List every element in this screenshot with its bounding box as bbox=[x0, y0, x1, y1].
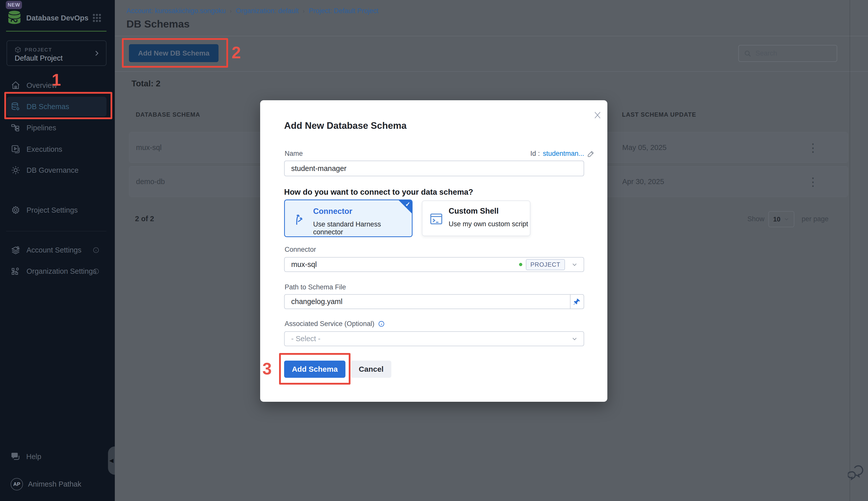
connect-question: How do you want to connect to your data … bbox=[284, 188, 473, 197]
column-header-last-schema-update: LAST SCHEMA UPDATE bbox=[622, 111, 696, 118]
toolbar-divider bbox=[115, 71, 868, 72]
sidebar-item-account-settings[interactable]: Account Settings bbox=[7, 240, 107, 260]
path-label: Path to Schema File bbox=[285, 283, 346, 291]
id-label: Id : bbox=[530, 150, 540, 158]
project-label-row: PROJECT bbox=[15, 46, 52, 53]
associated-service-label: Associated Service (Optional) bbox=[285, 320, 374, 328]
card-title: Custom Shell bbox=[449, 206, 528, 216]
project-scope-label: PROJECT bbox=[25, 47, 52, 53]
schema-updated-cell: May 05, 2025 bbox=[622, 143, 667, 152]
modal-title: Add New Database Schema bbox=[284, 120, 406, 131]
governance-gear-icon bbox=[11, 166, 20, 175]
sidebar-item-label: Overview bbox=[26, 81, 57, 90]
cancel-button[interactable]: Cancel bbox=[351, 361, 391, 378]
card-title: Connector bbox=[313, 207, 412, 216]
info-icon[interactable] bbox=[92, 268, 99, 275]
card-desc: Use my own custom script bbox=[449, 220, 528, 228]
executions-icon bbox=[11, 145, 20, 154]
path-to-schema-field[interactable]: changelog.yaml bbox=[284, 294, 584, 309]
search-input[interactable] bbox=[756, 50, 831, 57]
sidebar-item-organization-settings[interactable]: Organization Settings bbox=[7, 262, 107, 281]
edit-pencil-icon[interactable] bbox=[587, 150, 595, 158]
breadcrumb: Account: kurosakiichigo.songoku › Organi… bbox=[127, 7, 378, 15]
sidebar-item-pipelines[interactable]: Pipelines bbox=[7, 118, 107, 138]
scroll-edge-divider bbox=[849, 0, 850, 501]
connector-label: Connector bbox=[285, 246, 316, 254]
app-root: NEW Database DevOps PROJECT bbox=[0, 0, 868, 501]
breadcrumb-separator: › bbox=[303, 8, 305, 15]
sidebar-accent-divider bbox=[6, 31, 107, 32]
database-devops-logo-icon bbox=[6, 9, 22, 25]
sidebar-item-db-schemas[interactable]: DB Schemas bbox=[7, 97, 107, 116]
sidebar-item-label: DB Governance bbox=[26, 166, 78, 174]
row-menu-kebab-icon[interactable]: ⋮ bbox=[805, 139, 821, 156]
pin-icon bbox=[573, 298, 581, 306]
per-page-label: per page bbox=[802, 215, 828, 223]
support-chat-icon[interactable] bbox=[848, 465, 864, 481]
close-icon[interactable] bbox=[593, 110, 602, 120]
breadcrumb-project-link[interactable]: Project: Default Project bbox=[309, 7, 378, 15]
app-switcher-grid-icon[interactable] bbox=[92, 13, 102, 23]
sidebar-item-label: Executions bbox=[26, 145, 62, 153]
path-value: changelog.yaml bbox=[291, 297, 342, 306]
svg-text:?: ? bbox=[14, 453, 16, 458]
sidebar: NEW Database DevOps PROJECT bbox=[0, 0, 115, 501]
sidebar-collapse-handle[interactable]: ◀ bbox=[108, 446, 115, 475]
org-chart-icon bbox=[11, 266, 20, 276]
column-header-database-schema: DATABASE SCHEMA bbox=[136, 111, 200, 118]
id-value-link[interactable]: studentman... bbox=[543, 150, 584, 158]
project-selector[interactable]: PROJECT Default Project bbox=[7, 40, 107, 66]
sidebar-item-overview[interactable]: Overview bbox=[7, 75, 107, 95]
account-layers-icon bbox=[11, 245, 20, 255]
card-desc: Use standard Harness connector bbox=[313, 221, 412, 236]
scope-badge: PROJECT bbox=[526, 259, 565, 270]
total-count: Total: 2 bbox=[131, 79, 161, 88]
breadcrumb-account-link[interactable]: Account: kurosakiichigo.songoku bbox=[127, 7, 226, 15]
sidebar-item-label: Organization Settings bbox=[26, 267, 96, 276]
settings-gear-icon bbox=[11, 205, 20, 215]
help-chat-icon: ? bbox=[11, 451, 21, 462]
avatar: AP bbox=[11, 478, 23, 490]
card-body: Custom Shell Use my own custom script bbox=[449, 206, 528, 228]
schema-name-input[interactable] bbox=[284, 161, 584, 176]
connector-scope: PROJECT bbox=[519, 259, 565, 270]
sidebar-item-db-governance[interactable]: DB Governance bbox=[7, 160, 107, 180]
user-profile[interactable]: AP Animesh Pathak bbox=[11, 478, 81, 490]
sidebar-item-project-settings[interactable]: Project Settings bbox=[7, 200, 107, 220]
terminal-icon bbox=[429, 212, 443, 226]
service-label-row: Associated Service (Optional) bbox=[285, 320, 385, 328]
new-badge: NEW bbox=[6, 1, 22, 9]
identifier-row: Id : studentman... bbox=[530, 150, 595, 158]
add-new-db-schema-button[interactable]: Add New DB Schema bbox=[129, 44, 219, 62]
pin-fixed-value-button[interactable] bbox=[570, 295, 584, 309]
project-name: Default Project bbox=[15, 54, 63, 62]
page-title: DB Schemas bbox=[127, 18, 190, 30]
sidebar-section-divider bbox=[6, 231, 107, 231]
page-size-select[interactable]: 10 bbox=[768, 211, 794, 227]
add-db-schema-modal: Add New Database Schema Name Id : studen… bbox=[260, 100, 607, 402]
sidebar-item-executions[interactable]: Executions bbox=[7, 139, 107, 159]
card-body: Connector Use standard Harness connector bbox=[313, 207, 412, 236]
info-icon[interactable] bbox=[378, 320, 385, 327]
pipeline-icon bbox=[11, 123, 20, 132]
sidebar-item-label: Account Settings bbox=[26, 246, 81, 254]
connector-select[interactable]: mux-sql PROJECT bbox=[284, 257, 584, 272]
chevron-down-icon bbox=[571, 261, 578, 268]
db-schema-icon bbox=[11, 102, 20, 111]
chevron-down-icon bbox=[783, 216, 790, 222]
pagination-info: 2 of 2 bbox=[135, 215, 154, 223]
home-icon bbox=[11, 81, 20, 90]
info-icon[interactable] bbox=[92, 247, 99, 254]
schema-name-cell: mux-sql bbox=[136, 143, 162, 152]
option-card-connector[interactable]: ✓ Connector Use standard Harness connect… bbox=[284, 200, 413, 237]
breadcrumb-org-link[interactable]: Organization: default bbox=[236, 7, 298, 15]
option-card-custom-shell[interactable]: Custom Shell Use my own custom script bbox=[422, 201, 530, 236]
help-button[interactable]: ? Help bbox=[11, 451, 41, 462]
row-menu-kebab-icon[interactable]: ⋮ bbox=[805, 173, 821, 190]
cube-icon bbox=[15, 46, 21, 53]
add-schema-button[interactable]: Add Schema bbox=[284, 361, 345, 378]
associated-service-select[interactable]: - Select - bbox=[284, 331, 584, 346]
service-placeholder: - Select - bbox=[291, 334, 320, 343]
app-title: Database DevOps bbox=[26, 14, 89, 22]
user-name: Animesh Pathak bbox=[28, 480, 81, 488]
